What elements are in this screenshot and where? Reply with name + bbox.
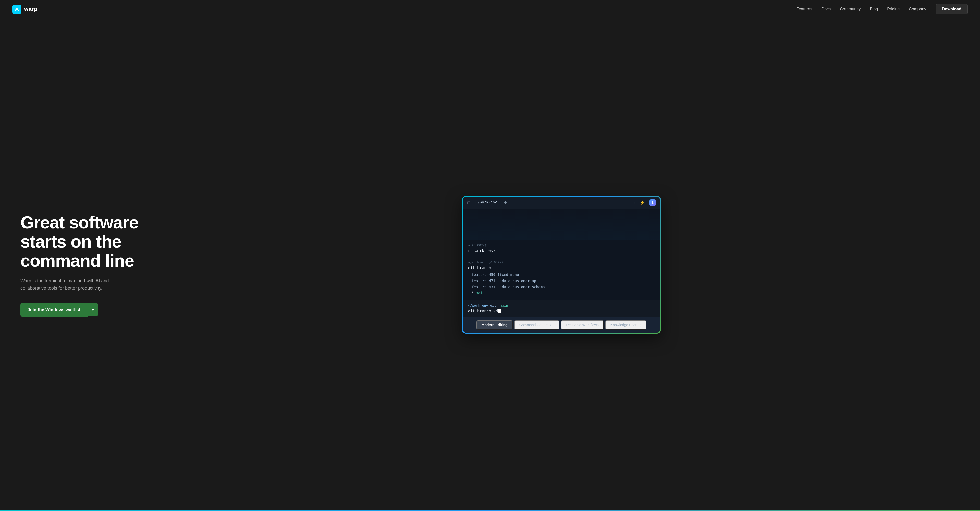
cmd-input-text: git branch -d (468, 309, 498, 314)
cmd-command-2: git branch (468, 266, 655, 270)
output-line-4: * main (472, 290, 655, 296)
chevron-down-icon: ▾ (92, 307, 94, 312)
hero-left: Great software starts on the command lin… (21, 213, 148, 317)
hero-right: ⊟ ~/work-env + ⌕ ⚡ Z (163, 196, 959, 334)
cta-group: Join the Windows waitlist ▾ (21, 303, 148, 317)
terminal-empty-area (463, 209, 660, 240)
terminal-block-2: ~/work-env (0.002s) git branch feature-4… (463, 257, 660, 300)
cmd-command-1: cd work-env/ (468, 248, 655, 253)
terminal-tab-active[interactable]: ~/work-env (473, 199, 499, 206)
tab-active-underline (473, 206, 499, 206)
terminal-tabs-left: ⊟ ~/work-env + (467, 199, 509, 207)
terminal-body: ~ (0.002s) cd work-env/ ~/work-env (0.00… (463, 209, 660, 333)
hero-subtitle: Warp is the terminal reimagined with AI … (21, 277, 127, 292)
feature-tab-knowledge-sharing[interactable]: Knowledge Sharing (605, 320, 646, 330)
output-active-marker: * (472, 291, 476, 295)
prompt-branch-name: main (500, 304, 508, 307)
output-line-3: feature-631-update-customer-schema (472, 284, 655, 290)
cmd-meta-1: ~ (0.002s) (468, 244, 655, 247)
prompt-path: ~/work-env (468, 304, 488, 307)
feature-tab-modern-editing[interactable]: Modern Editing (476, 320, 513, 330)
output-main-branch: main (476, 291, 485, 295)
nav-links: Features Docs Community Blog Pricing Com… (796, 4, 968, 14)
main-content: Great software starts on the command lin… (0, 18, 980, 511)
output-line-2: feature-471-update-customer-api (472, 278, 655, 284)
terminal-cursor (498, 309, 501, 314)
logo-text: warp (24, 6, 38, 13)
terminal-block-1: ~ (0.002s) cd work-env/ (463, 240, 660, 257)
terminal-window: ⊟ ~/work-env + ⌕ ⚡ Z (463, 197, 660, 333)
warp-logo-icon (12, 5, 21, 14)
logo-link[interactable]: warp (12, 5, 38, 14)
terminal-input-block[interactable]: ~/work-env git:(main) git branch -d (463, 300, 660, 317)
cmd-input-line: git branch -d (468, 309, 655, 314)
nav-features[interactable]: Features (796, 7, 812, 11)
nav-pricing[interactable]: Pricing (887, 7, 900, 11)
user-avatar[interactable]: Z (649, 199, 656, 206)
lightning-icon[interactable]: ⚡ (640, 201, 645, 205)
nav-docs[interactable]: Docs (821, 7, 831, 11)
terminal-pane-icon: ⊟ (467, 201, 470, 205)
hero-title: Great software starts on the command lin… (21, 213, 148, 270)
cmd-output-2: feature-459-fixed-menu feature-471-updat… (468, 272, 655, 296)
navbar: warp Features Docs Community Blog Pricin… (0, 0, 980, 18)
cta-dropdown-button[interactable]: ▾ (88, 303, 98, 316)
prompt-git-label: git: (490, 304, 498, 307)
terminal-tabs-right: ⌕ ⚡ Z (632, 199, 656, 206)
prompt-git-branch: git:(main) (490, 304, 510, 307)
search-icon[interactable]: ⌕ (632, 201, 635, 205)
terminal-tab-label: ~/work-env (473, 199, 499, 205)
feature-tab-command-generation[interactable]: Command Generation (514, 320, 560, 330)
feature-tab-reusable-workflows[interactable]: Reusable Workflows (561, 320, 604, 330)
tab-add-button[interactable]: + (502, 199, 509, 207)
cta-main-button[interactable]: Join the Windows waitlist (21, 303, 88, 317)
nav-community[interactable]: Community (840, 7, 861, 11)
feature-tabs: Modern Editing Command Generation Reusab… (463, 317, 660, 333)
terminal-tab-bar: ⊟ ~/work-env + ⌕ ⚡ Z (463, 197, 660, 209)
nav-blog[interactable]: Blog (870, 7, 878, 11)
download-button[interactable]: Download (935, 4, 968, 14)
output-line-1: feature-459-fixed-menu (472, 272, 655, 278)
terminal-outer: ⊟ ~/work-env + ⌕ ⚡ Z (462, 196, 661, 334)
cmd-prompt-meta: ~/work-env git:(main) (468, 304, 655, 307)
nav-company[interactable]: Company (909, 7, 926, 11)
cmd-meta-2: ~/work-env (0.002s) (468, 261, 655, 264)
